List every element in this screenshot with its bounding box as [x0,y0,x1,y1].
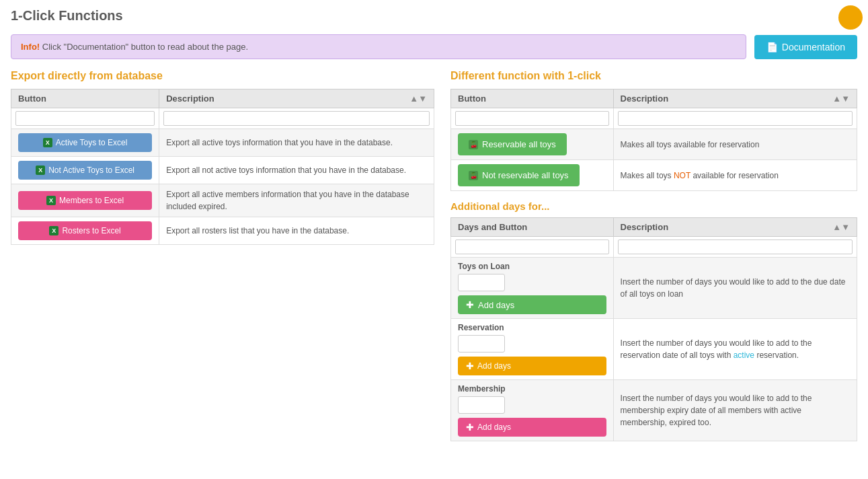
add-days-col1-header: Days and Button [451,218,614,237]
excel-icon: X [49,226,58,235]
toys-on-loan-add-days-label: Add days [478,300,514,310]
filter-row [11,108,434,129]
members-label: Members to Excel [59,196,124,205]
table-row: X Not Active Toys to Excel Export all no… [11,157,434,184]
info-text: Click "Documentation" button to read abo… [42,42,248,52]
description-filter-input[interactable] [163,111,430,126]
reservation-description: Insert the number of days you would like… [621,338,812,360]
right-col-description-header[interactable]: Description ▲▼ [613,89,857,108]
reservable-all-toys-button[interactable]: 🍒 Reservable all toys [458,133,567,155]
top-bar: Info! Click "Documentation" button to re… [0,29,868,65]
active-toys-label: Active Toys to Excel [56,138,128,147]
toy-icon: 🍒 [469,171,478,180]
button-filter-input[interactable] [15,111,155,126]
add-days-button-filter[interactable] [455,239,609,254]
info-label: Info! [21,42,40,52]
members-excel-button[interactable]: X Members to Excel [18,191,152,210]
plus-circle-icon: ✚ [466,422,474,433]
membership-description: Insert the number of days you would like… [621,394,812,427]
toy-icon: 🍒 [469,140,478,149]
plus-circle-icon: ✚ [466,361,474,371]
membership-input[interactable] [458,396,505,414]
sort-icon: ▲▼ [832,222,850,232]
active-toys-excel-button[interactable]: X Active Toys to Excel [18,133,152,152]
table-row: Reservation ✚ Add days Insert the number… [451,319,857,380]
not-active-toys-excel-button[interactable]: X Not Active Toys to Excel [18,161,152,180]
add-days-table: Days and Button Description ▲▼ [450,217,857,441]
col-description-header[interactable]: Description ▲▼ [159,89,434,108]
not-reservable-label: Not reservable all toys [482,170,569,180]
not-reservable-description: Makes all toys NOT available for reserva… [621,171,779,180]
doc-button-label: Documentation [782,42,845,52]
main-content: Export directly from database Button Des… [0,65,868,447]
export-table: Button Description ▲▼ X [11,89,434,245]
reservation-add-days-label: Add days [477,361,511,371]
different-function-title: Different function with 1-click [450,70,857,82]
documentation-button[interactable]: 📄 Documentation [754,35,857,59]
left-section: Export directly from database Button Des… [11,70,434,441]
toys-on-loan-description: Insert the number of days you would like… [621,277,846,299]
table-row: X Members to Excel Export all active mem… [11,184,434,217]
membership-add-days-button[interactable]: ✚ Add days [458,418,606,437]
plus-circle-icon: ✚ [466,299,474,310]
reservable-description: Makes all toys available for reservation [621,140,760,149]
right-button-filter-input[interactable] [455,111,609,126]
excel-icon: X [36,165,45,175]
add-days-col2-header[interactable]: Description ▲▼ [613,218,857,237]
reservation-add-days-button[interactable]: ✚ Add days [458,357,606,375]
sort-icon: ▲▼ [832,94,850,104]
page-title: 1-Click Functions [11,8,857,24]
different-function-table: Button Description ▲▼ 🍒 [450,89,857,191]
table-row: 🍒 Reservable all toys Makes all toys ava… [451,129,857,160]
doc-icon: 📄 [766,42,778,52]
rosters-excel-button[interactable]: X Rosters to Excel [18,221,152,240]
add-days-filter-row [451,237,857,258]
reservable-label: Reservable all toys [482,139,556,149]
membership-add-days-label: Add days [477,422,511,432]
additional-days-title: Additional days for... [450,200,857,212]
not-active-toys-description: Export all not active toys information t… [166,165,406,175]
reservation-label: Reservation [458,323,606,332]
table-row: Membership ✚ Add days Insert the number … [451,380,857,441]
info-banner: Info! Click "Documentation" button to re… [11,34,746,59]
membership-label: Membership [458,384,606,394]
page-header: 1-Click Functions [0,0,868,29]
reservation-input[interactable] [458,335,505,353]
toys-on-loan-input[interactable] [458,274,505,291]
excel-icon: X [46,196,56,205]
rosters-description: Export all rosters list that you have in… [166,226,349,235]
col-button-header: Button [11,89,159,108]
toys-on-loan-add-days-button[interactable]: ✚ Add days [458,295,606,314]
toys-on-loan-label: Toys on Loan [458,262,606,271]
right-filter-row [451,108,857,129]
add-days-desc-filter[interactable] [618,239,853,254]
user-avatar [838,5,863,30]
not-active-toys-label: Not Active Toys to Excel [48,165,134,175]
table-row: X Active Toys to Excel Export all active… [11,129,434,157]
export-section-title: Export directly from database [11,70,434,82]
table-row: X Rosters to Excel Export all rosters li… [11,217,434,245]
table-row: 🍒 Not reservable all toys Makes all toys… [451,160,857,191]
rosters-label: Rosters to Excel [62,226,120,235]
excel-icon: X [43,138,52,147]
not-reservable-all-toys-button[interactable]: 🍒 Not reservable all toys [458,164,580,186]
right-col-button-header: Button [451,89,614,108]
members-description: Export all active members information th… [166,190,409,211]
right-section: Different function with 1-click Button D… [450,70,857,441]
sort-icon: ▲▼ [409,94,427,104]
active-toys-description: Export all active toys information that … [166,138,393,147]
table-row: Toys on Loan ✚ Add days Insert the numbe… [451,258,857,319]
right-description-filter-input[interactable] [618,111,853,126]
